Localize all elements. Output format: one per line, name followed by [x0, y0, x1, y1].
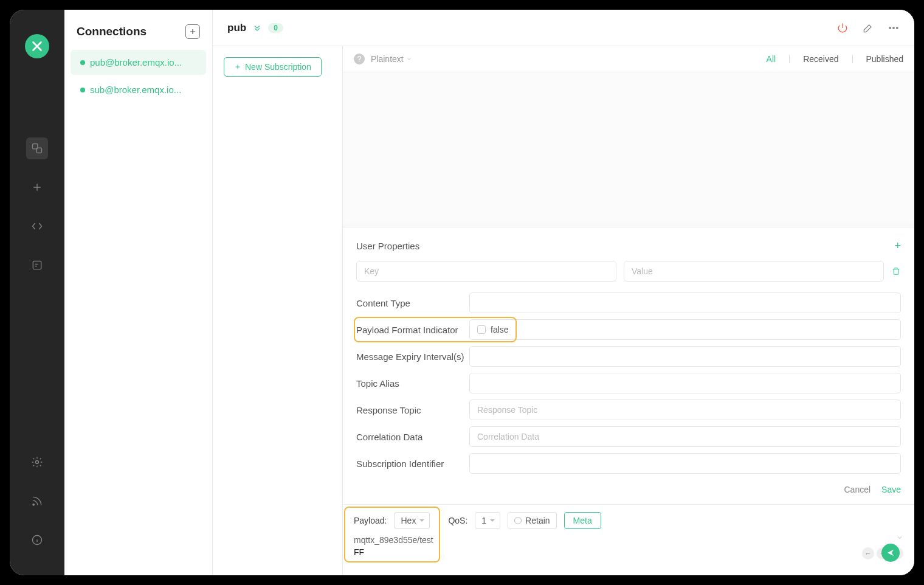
content-type-input[interactable]: [469, 292, 901, 313]
payload-label: Payload:: [354, 516, 387, 525]
delete-property-icon[interactable]: [891, 266, 901, 276]
retain-toggle[interactable]: Retain: [508, 512, 556, 529]
meta-properties-panel: User Properties + Content Type: [343, 227, 914, 504]
rail-log-icon[interactable]: [26, 254, 48, 276]
app-rail: [10, 10, 64, 575]
payload-format-dropdown[interactable]: Hex: [394, 512, 430, 529]
new-subscription-label: New Subscription: [245, 62, 311, 72]
send-button[interactable]: [881, 544, 900, 562]
svg-rect-2: [33, 261, 41, 269]
rail-feed-icon[interactable]: [26, 490, 48, 512]
status-dot-icon: [80, 88, 85, 92]
help-icon[interactable]: ?: [354, 54, 365, 64]
topic-alias-label: Topic Alias: [356, 378, 469, 389]
svg-point-4: [33, 504, 35, 506]
user-properties-title: User Properties: [356, 241, 419, 251]
sub-id-input[interactable]: [469, 453, 901, 474]
connection-item[interactable]: pub@broker.emqx.io...: [71, 50, 206, 75]
meta-save-button[interactable]: Save: [881, 485, 901, 494]
response-topic-label: Response Topic: [356, 405, 469, 415]
payload-format-select[interactable]: Plaintext: [371, 54, 412, 64]
status-dot-icon: [80, 60, 85, 65]
property-value-input[interactable]: [624, 261, 884, 282]
history-prev-button[interactable]: ←: [862, 547, 874, 559]
subscriptions-panel: New Subscription: [213, 46, 343, 575]
qos-label: QoS:: [448, 516, 467, 525]
content-type-label: Content Type: [356, 298, 469, 308]
svg-point-6: [889, 27, 891, 29]
connection-name: pub@broker.emqx.io...: [90, 57, 182, 68]
filter-published[interactable]: Published: [866, 54, 904, 64]
rail-script-icon[interactable]: [26, 215, 48, 237]
payload-format-label: Plaintext: [371, 54, 404, 64]
retain-radio-icon: [514, 517, 522, 524]
rail-new-icon[interactable]: [26, 176, 48, 198]
message-count-badge: 0: [268, 23, 283, 33]
retain-label: Retain: [525, 516, 550, 525]
pfi-label: Payload Format Indicator: [356, 325, 469, 335]
collapse-icon[interactable]: [896, 533, 903, 544]
connection-name: sub@broker.emqx.io...: [90, 85, 181, 95]
pfi-checkbox[interactable]: [477, 325, 486, 334]
meta-button[interactable]: Meta: [564, 512, 601, 529]
svg-point-3: [36, 461, 39, 464]
disconnect-icon[interactable]: [836, 22, 849, 34]
mei-input[interactable]: [469, 346, 901, 367]
response-topic-input[interactable]: [469, 400, 901, 420]
connections-panel: Connections pub@broker.emqx.io... sub@br…: [64, 10, 213, 575]
connection-item[interactable]: sub@broker.emqx.io...: [71, 77, 206, 102]
rail-settings-icon[interactable]: [26, 451, 48, 473]
rail-connections-icon[interactable]: [26, 137, 48, 159]
new-subscription-button[interactable]: New Subscription: [224, 57, 322, 77]
add-property-button[interactable]: +: [894, 240, 901, 252]
property-key-input[interactable]: [356, 261, 616, 282]
payload-input[interactable]: FF: [354, 547, 903, 557]
mei-label: Message Expiry Interval(s): [356, 351, 469, 362]
rail-info-icon[interactable]: [26, 529, 48, 551]
publish-bar: Payload: Hex QoS: 1 Retain Meta mqttx_89…: [343, 504, 914, 575]
meta-cancel-button[interactable]: Cancel: [844, 485, 871, 494]
add-connection-button[interactable]: [185, 24, 200, 39]
expand-down-icon[interactable]: [252, 23, 262, 33]
filter-all[interactable]: All: [767, 54, 776, 64]
app-logo: [25, 34, 49, 58]
topic-input[interactable]: mqttx_89e3d55e/test: [354, 535, 903, 545]
svg-point-7: [893, 27, 895, 29]
qos-dropdown[interactable]: 1: [475, 512, 500, 529]
more-icon[interactable]: [888, 22, 900, 34]
correlation-data-label: Correlation Data: [356, 432, 469, 442]
correlation-data-input[interactable]: [469, 426, 901, 447]
topic-alias-input[interactable]: [469, 373, 901, 393]
filter-received[interactable]: Received: [803, 54, 838, 64]
main-panel: pub 0 N: [213, 10, 914, 575]
messages-panel: ? Plaintext All Received Published: [343, 46, 914, 575]
sub-id-label: Subscription Identifier: [356, 459, 469, 469]
connections-title: Connections: [77, 25, 147, 38]
connection-title: pub: [227, 22, 246, 34]
pfi-value: false: [491, 325, 509, 334]
svg-point-8: [897, 27, 898, 29]
messages-area: [343, 72, 914, 227]
edit-icon[interactable]: [862, 22, 874, 34]
